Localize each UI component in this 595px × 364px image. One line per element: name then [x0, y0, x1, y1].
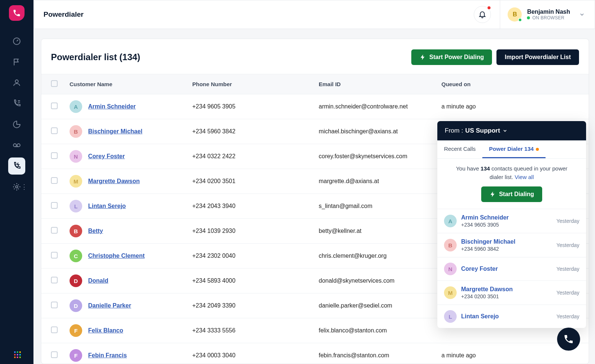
contact-avatar: L [444, 310, 457, 323]
contact-avatar: F [70, 324, 82, 337]
row-checkbox[interactable] [51, 351, 58, 358]
contact-avatar: F [70, 349, 82, 362]
contact-name-link[interactable]: Christophe Clement [88, 253, 145, 259]
select-all-checkbox[interactable] [51, 80, 58, 87]
row-checkbox[interactable] [51, 127, 58, 134]
chevron-down-icon [579, 12, 585, 17]
start-dialing-button[interactable]: Start Dialing [481, 186, 542, 202]
contact-email: chris.clement@kruger.org [319, 253, 441, 259]
row-checkbox[interactable] [51, 103, 58, 109]
table-row: F Febin Francis +234 0003 3040 febin.fra… [41, 343, 589, 364]
contact-phone: +234 0322 2422 [192, 153, 319, 160]
contact-avatar: B [444, 239, 457, 251]
nav-powerdialer[interactable] [8, 157, 25, 175]
panel-contact-time: Yesterday [556, 242, 579, 248]
contact-name-link[interactable]: Margrette Dawson [88, 178, 140, 185]
phone-icon [563, 334, 574, 344]
contact-phone: +234 5960 3842 [192, 128, 319, 135]
panel-contact-phone: +234 9605 3905 [461, 222, 509, 228]
row-checkbox[interactable] [51, 277, 58, 283]
nav-contacts[interactable] [8, 74, 25, 91]
contact-phone: +234 3333 5556 [192, 327, 319, 334]
row-checkbox[interactable] [51, 252, 58, 259]
contact-queued: a minute ago [441, 352, 579, 359]
svg-point-2 [13, 144, 16, 147]
contact-avatar: B [70, 125, 82, 138]
panel-queue-message: You have 134 contacts queued in your pow… [437, 159, 586, 183]
panel-tabs: Recent Calls Power Dialer 134 [437, 140, 586, 159]
contact-email: margrette.d@axians.at [319, 178, 441, 185]
panel-contact-name: Armin Schneider [461, 214, 509, 221]
row-checkbox[interactable] [51, 326, 58, 333]
apps-grid-icon[interactable] [14, 351, 21, 358]
online-dot [518, 18, 522, 22]
nav-flag[interactable] [8, 53, 25, 71]
view-all-link[interactable]: View all [515, 174, 534, 180]
panel-contact-name: Corey Foster [461, 266, 498, 272]
bolt-icon [419, 54, 426, 61]
contact-avatar: L [70, 200, 82, 212]
bell-icon [478, 10, 486, 19]
contact-name-link[interactable]: Donald [88, 277, 108, 284]
contact-name-link[interactable]: Danielle Parker [88, 302, 131, 309]
contact-name-link[interactable]: Armin Schneider [88, 103, 136, 110]
tab-recent-calls[interactable]: Recent Calls [437, 140, 482, 158]
panel-contact-row[interactable]: N Corey Foster Yesterday [437, 257, 586, 280]
contact-avatar: A [70, 100, 82, 113]
dial-fab[interactable] [557, 328, 580, 351]
panel-contact-row[interactable]: B Bischinger Michael +234 5960 3842 Yest… [437, 233, 586, 257]
notification-dot [487, 6, 491, 10]
notifications-button[interactable] [474, 6, 491, 23]
col-customer-name: Customer Name [70, 81, 192, 87]
nav-calls[interactable] [8, 95, 25, 112]
contact-name-link[interactable]: Febin Francis [88, 352, 127, 359]
contact-avatar: A [444, 215, 457, 227]
panel-from-selector[interactable]: From : US Support [437, 121, 586, 140]
nav-reports[interactable] [8, 116, 25, 133]
panel-contact-row[interactable]: A Armin Schneider +234 9605 3905 Yesterd… [437, 209, 586, 233]
dialer-panel: From : US Support Recent Calls Power Dia… [437, 121, 586, 328]
user-avatar: B [508, 7, 522, 22]
svg-point-3 [17, 144, 20, 147]
contact-avatar: N [70, 150, 82, 163]
row-checkbox[interactable] [51, 152, 58, 159]
contact-avatar: B [70, 225, 82, 237]
contact-phone: +234 2049 3390 [192, 302, 319, 309]
nav-dashboard[interactable] [8, 33, 25, 50]
contact-avatar: M [444, 286, 457, 299]
panel-contact-phone: +234 5960 3842 [461, 246, 515, 252]
page-title: Powerdialer [44, 10, 84, 19]
user-status: ON BROWSER [532, 15, 564, 20]
contact-name-link[interactable]: Felix Blanco [88, 327, 123, 334]
svg-point-1 [15, 80, 18, 83]
table-row: A Armin Schneider +234 9605 3905 armin.s… [41, 94, 589, 119]
row-checkbox[interactable] [51, 227, 58, 234]
contact-name-link[interactable]: Lintan Serejo [88, 203, 126, 209]
panel-contact-row[interactable]: L Lintan Serejo Yesterday [437, 305, 586, 328]
bolt-icon [489, 191, 496, 198]
panel-contact-row[interactable]: M Margrette Dawson +234 0200 3501 Yester… [437, 280, 586, 305]
list-title: Powerdialer list (134) [51, 52, 140, 62]
contact-name-link[interactable]: Corey Foster [88, 153, 125, 160]
row-checkbox[interactable] [51, 202, 58, 209]
contact-email: donald@skynetservices.com [319, 277, 441, 284]
app-logo [9, 5, 25, 21]
contact-avatar: M [70, 175, 82, 188]
contact-email: betty@kellner.at [319, 228, 441, 234]
nav-voicemail[interactable] [8, 137, 25, 154]
import-list-button[interactable]: Import Powerdialer List [496, 49, 579, 65]
user-menu[interactable]: B Benjamin Nash ON BROWSER [500, 0, 585, 29]
col-email-id: Email ID [319, 81, 441, 87]
panel-contact-time: Yesterday [556, 218, 579, 224]
contact-phone: +234 0003 3040 [192, 352, 319, 359]
contact-phone: +234 2302 0040 [192, 253, 319, 259]
row-checkbox[interactable] [51, 302, 58, 308]
start-power-dialing-button[interactable]: Start Power Dialing [411, 49, 492, 65]
row-checkbox[interactable] [51, 177, 58, 184]
panel-contact-name: Margrette Dawson [461, 286, 513, 293]
contact-name-link[interactable]: Betty [88, 228, 103, 234]
nav-settings[interactable]: ⋮ [8, 178, 25, 195]
tab-power-dialer[interactable]: Power Dialer 134 [482, 140, 546, 158]
contact-avatar: C [70, 250, 82, 262]
contact-name-link[interactable]: Bischinger Michael [88, 128, 142, 135]
